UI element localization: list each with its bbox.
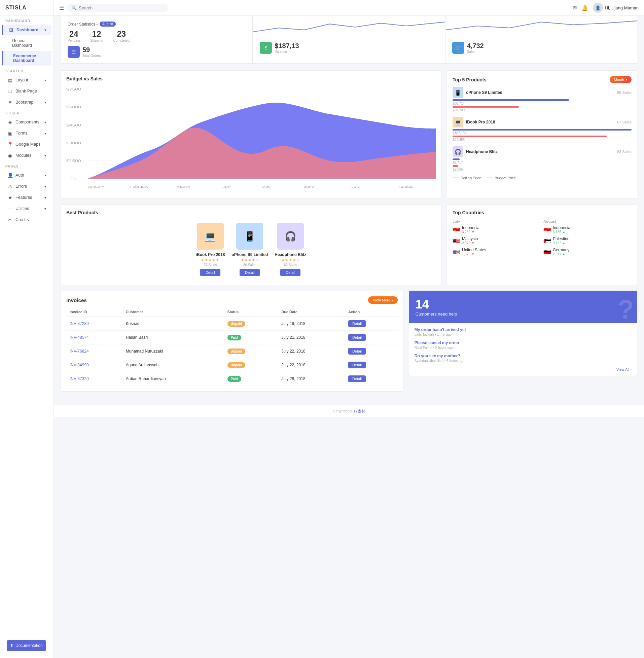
sidebar-item-forms[interactable]: ▣ Forms ▾ bbox=[2, 128, 51, 139]
product-detail-button[interactable]: Detail bbox=[280, 269, 300, 276]
sidebar-item-blank[interactable]: □ Blank Page bbox=[2, 86, 51, 97]
sidebar-item-ecommerce[interactable]: Ecommerce Dashboard bbox=[2, 51, 51, 66]
detail-button[interactable]: Detail bbox=[348, 334, 366, 341]
product-detail-button[interactable]: Detail bbox=[200, 269, 221, 276]
sidebar-item-components[interactable]: ◈ Components ▾ bbox=[2, 117, 51, 127]
invoice-id[interactable]: INV-76824 bbox=[66, 345, 122, 358]
stat-numbers: 24 Pending 12 Shipping 23 Completed bbox=[68, 29, 246, 42]
chat-title[interactable]: Do you see my mother? bbox=[415, 354, 631, 358]
best-products-grid: 💻 iBook Pro 2018 ★★★★★ 67 Sales Detail 📱… bbox=[66, 219, 436, 280]
customers-count: 14 bbox=[416, 297, 630, 311]
action-cell: Detail bbox=[345, 358, 398, 372]
selling-price-bar bbox=[453, 129, 631, 131]
budget-chart-header: Budget vs Sales bbox=[66, 76, 436, 81]
due-date: July 22, 2018 bbox=[278, 345, 345, 358]
chevron-icon: ▾ bbox=[44, 132, 46, 135]
user-menu[interactable]: 👤 Hi, Ujang Maman bbox=[593, 3, 639, 13]
budget-chart-title: Budget vs Sales bbox=[66, 76, 102, 81]
detail-button[interactable]: Detail bbox=[348, 320, 366, 327]
country-info: Germany 2,317 ▲ bbox=[553, 248, 569, 256]
germany-flag: 🇩🇪 bbox=[544, 249, 551, 254]
customers-help-section: ? 14 Customers need help My order hasn't… bbox=[409, 291, 637, 398]
top-countries-title: Top Countries bbox=[453, 210, 484, 215]
menu-toggle[interactable]: ☰ bbox=[59, 5, 64, 11]
action-cell: Detail bbox=[345, 345, 398, 358]
invoice-id[interactable]: INV-87320 bbox=[66, 372, 122, 386]
detail-button[interactable]: Detail bbox=[348, 362, 366, 368]
product-item-2: 💻 iBook Pro 2018 67 Sales $107,133 $91,4… bbox=[453, 117, 631, 142]
sidebar-item-label: Modules bbox=[16, 153, 31, 158]
sidebar-item-layout[interactable]: ▤ Layout ▾ bbox=[2, 75, 51, 86]
sidebar-item-general[interactable]: General Dashboard bbox=[2, 36, 51, 50]
view-all-link[interactable]: View All › bbox=[616, 367, 631, 371]
sidebar-item-auth[interactable]: 👤 Auth ▾ bbox=[2, 170, 51, 181]
col-status: Status bbox=[224, 307, 278, 317]
product-name: Headphone Blitz bbox=[466, 149, 498, 154]
invoice-id[interactable]: INV-48574 bbox=[66, 331, 122, 345]
sidebar-section-starter: STARTER ▤ Layout ▾ □ Blank Page ≡ Bootst… bbox=[0, 66, 53, 108]
us-flag: 🇺🇸 bbox=[453, 249, 460, 254]
view-more-button[interactable]: View More › bbox=[368, 296, 397, 304]
svg-text:May: May bbox=[261, 185, 271, 188]
sidebar-section-pages: PAGES 👤 Auth ▾ ⚠ Errors ▾ ★ Features ▾ ·… bbox=[0, 161, 53, 226]
balance-card: $ $187,13 Balance bbox=[253, 16, 445, 64]
invoice-help-row: Invoices View More › Invoice ID Customer… bbox=[61, 291, 637, 398]
errors-icon: ⚠ bbox=[7, 184, 13, 189]
chevron-icon: ▾ bbox=[44, 120, 46, 124]
country-info: United States 1,576 ▼ bbox=[462, 248, 486, 256]
documentation-button[interactable]: ⬆ Documentation bbox=[7, 640, 46, 651]
best-countries-row: Best Products 💻 iBook Pro 2018 ★★★★★ 67 … bbox=[61, 204, 637, 285]
due-date: July 21, 2018 bbox=[278, 331, 345, 345]
copyright-link[interactable]: 17素材 bbox=[354, 409, 365, 413]
customer-name: Kusnadi bbox=[122, 317, 224, 331]
shipping-stat: 12 Shipping bbox=[90, 29, 103, 42]
country-item: 🇮🇩 Indonesia 3,282 ▼ bbox=[453, 226, 541, 234]
product-icon-box: 📱 bbox=[236, 223, 263, 250]
sidebar-item-dashboard[interactable]: ⊞ Dashboard ▾ bbox=[2, 25, 51, 35]
sales-icon: 🛒 bbox=[452, 42, 464, 54]
sidebar-item-credits[interactable]: ✂ Credits bbox=[2, 214, 51, 225]
sidebar-item-maps[interactable]: 📍 Google Maps bbox=[2, 139, 51, 150]
svg-text:January: January bbox=[88, 185, 104, 188]
sidebar-item-label: Ecommerce Dashboard bbox=[13, 53, 46, 63]
doc-icon: ⬆ bbox=[10, 643, 14, 648]
sidebar-item-label: Layout bbox=[16, 78, 28, 83]
invoice-id[interactable]: INV-84990 bbox=[66, 358, 122, 372]
budget-price-bar bbox=[453, 165, 458, 167]
sidebar-item-label: Forms bbox=[16, 131, 27, 136]
svg-text:$0: $0 bbox=[71, 177, 76, 181]
palestine-flag: 🇵🇸 bbox=[544, 238, 551, 243]
sidebar-item-bootstrap[interactable]: ≡ Bootstrap ▾ bbox=[2, 97, 51, 108]
chevron-icon: ▾ bbox=[44, 154, 46, 158]
budget-price-dot bbox=[486, 178, 493, 178]
sales-info: 4,732 Sales bbox=[467, 42, 484, 53]
sidebar-item-modules[interactable]: ◉ Modules ▾ bbox=[2, 150, 51, 161]
detail-button[interactable]: Detail bbox=[348, 348, 366, 355]
product-sales-count: 86 Sales bbox=[231, 263, 268, 267]
month-filter-button[interactable]: Month ▾ bbox=[610, 76, 631, 83]
invoice-id[interactable]: INV-87239 bbox=[66, 317, 122, 331]
orders-icon: ☰ bbox=[68, 46, 80, 58]
sidebar-item-errors[interactable]: ⚠ Errors ▾ bbox=[2, 181, 51, 192]
chat-item: Do you see my mother? Syahdan Ubaidillah… bbox=[415, 354, 631, 362]
search-input[interactable] bbox=[79, 5, 146, 10]
section-title-stisla: STISLA bbox=[0, 108, 53, 116]
sidebar-item-label: Bootstrap bbox=[16, 100, 33, 104]
product-icon: 🎧 bbox=[453, 146, 463, 157]
due-date: July 19, 2018 bbox=[278, 317, 345, 331]
chevron-icon: ▾ bbox=[44, 28, 46, 32]
product-detail-button[interactable]: Detail bbox=[239, 269, 260, 276]
svg-text:$4500: $4500 bbox=[66, 123, 81, 127]
detail-button[interactable]: Detail bbox=[348, 375, 366, 382]
chat-meta: Syahdan Ubaidillah • 6 hours ago bbox=[415, 359, 631, 362]
sidebar-item-label: General Dashboard bbox=[12, 38, 46, 48]
bell-icon[interactable]: 🔔 bbox=[581, 5, 588, 11]
sidebar-item-label: Credits bbox=[16, 217, 29, 222]
mail-icon[interactable]: ✉ bbox=[572, 5, 577, 11]
budget-price-label: $2,835 bbox=[453, 167, 631, 171]
sidebar-item-features[interactable]: ★ Features ▾ bbox=[2, 192, 51, 203]
sidebar-item-utilities[interactable]: ··· Utilities ▾ bbox=[2, 203, 51, 214]
sidebar-item-label: Utilities bbox=[16, 206, 29, 211]
chat-title[interactable]: Please cancel my order bbox=[415, 340, 631, 345]
chat-title[interactable]: My order hasn't arrived yet bbox=[415, 327, 631, 332]
